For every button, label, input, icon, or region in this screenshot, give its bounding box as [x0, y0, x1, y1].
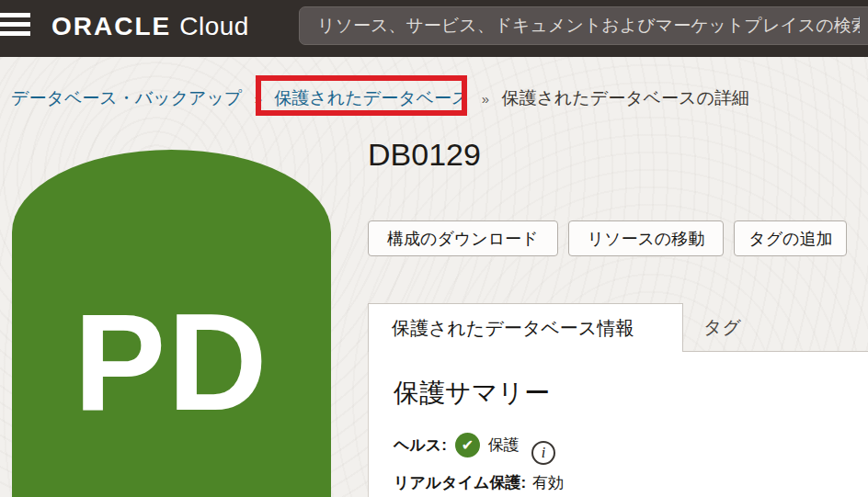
protected-database-icon: PD [12, 150, 331, 497]
health-value: 保護 [488, 435, 520, 456]
page-title: DB0129 [368, 137, 481, 173]
health-label: ヘルス: [394, 435, 447, 456]
move-resource-button[interactable]: リソースの移動 [568, 220, 725, 256]
logo-oracle-text: ORACLE [51, 12, 171, 40]
section-heading-protection-summary: 保護サマリー [394, 376, 868, 411]
info-icon[interactable]: i [531, 441, 555, 465]
breadcrumb-separator: » [255, 91, 262, 107]
protection-summary-panel: 保護サマリー ヘルス: ✔ 保護 i リアルタイム保護: 有効 [368, 352, 868, 497]
hamburger-menu-icon[interactable] [0, 13, 30, 40]
add-tags-button[interactable]: タグの追加 [734, 220, 847, 256]
breadcrumb-separator: » [482, 91, 489, 107]
tab-tags[interactable]: タグ [703, 303, 741, 352]
oracle-cloud-console: ORACLECloud データベース・バックアップ » 保護されたデータベース … [0, 0, 868, 497]
realtime-protection-value: 有効 [532, 472, 564, 493]
info-glyph: i [542, 446, 545, 460]
breadcrumb: データベース・バックアップ » 保護されたデータベース » 保護されたデータベー… [11, 86, 749, 110]
realtime-protection-label: リアルタイム保護: [394, 472, 526, 493]
logo-cloud-text: Cloud [179, 12, 249, 40]
tab-protected-database-information[interactable]: 保護されたデータベース情報 [368, 303, 683, 352]
pd-icon-label: PD [74, 293, 268, 431]
realtime-protection-row: リアルタイム保護: 有効 [394, 472, 868, 493]
oracle-cloud-logo[interactable]: ORACLECloud [51, 12, 249, 41]
breadcrumb-current-page: 保護されたデータベースの詳細 [501, 88, 749, 107]
search-input[interactable] [299, 6, 868, 45]
top-navigation-bar: ORACLECloud [0, 0, 868, 57]
download-configuration-button[interactable]: 構成のダウンロード [368, 220, 558, 256]
check-glyph: ✔ [462, 438, 474, 453]
action-button-row: 構成のダウンロード リソースの移動 タグの追加 [368, 220, 847, 256]
health-row: ヘルス: ✔ 保護 i [394, 433, 868, 457]
breadcrumb-link-protected-databases[interactable]: 保護されたデータベース [274, 88, 469, 107]
check-circle-icon: ✔ [455, 433, 480, 457]
breadcrumb-link-database-backup[interactable]: データベース・バックアップ [11, 88, 242, 107]
